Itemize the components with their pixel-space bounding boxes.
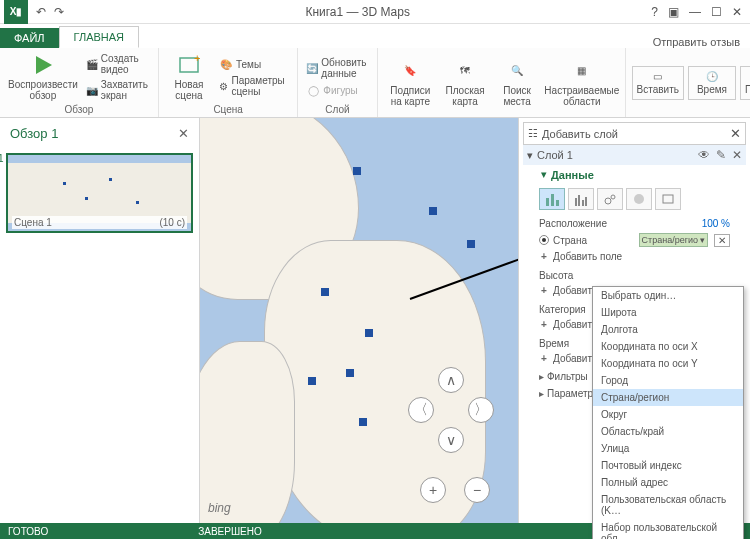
clock-icon: 🕒 bbox=[706, 71, 718, 82]
svg-point-10 bbox=[605, 198, 611, 204]
location-label: Расположение bbox=[539, 218, 607, 229]
geo-option[interactable]: Координата по оси Y bbox=[593, 355, 743, 372]
tab-file[interactable]: ФАЙЛ bbox=[0, 28, 59, 48]
filters-section[interactable]: Фильтры bbox=[547, 371, 588, 382]
minimize-icon[interactable]: — bbox=[689, 5, 701, 19]
tab-home[interactable]: ГЛАВНАЯ bbox=[59, 26, 139, 48]
geo-option[interactable]: Город bbox=[593, 372, 743, 389]
gear-icon: ⚙ bbox=[219, 79, 229, 93]
search-icon: 🔍 bbox=[505, 59, 529, 83]
pan-right-icon[interactable]: 〉 bbox=[468, 397, 494, 423]
custom-regions-button[interactable]: ▦Настраиваемые области bbox=[545, 57, 619, 109]
flat-map-button[interactable]: 🗺Плоская карта bbox=[441, 57, 489, 109]
ribbon-group-scene: + Новая сцена 🎨Темы ⚙Параметры сцены Сце… bbox=[159, 48, 298, 117]
insert-button[interactable]: ▭Вставить bbox=[632, 66, 684, 100]
redo-icon[interactable]: ↷ bbox=[54, 5, 64, 19]
bubble-icon[interactable] bbox=[597, 188, 623, 210]
create-video-button[interactable]: 🎬Создать видео bbox=[84, 52, 152, 76]
delete-layer-icon[interactable]: ✕ bbox=[732, 148, 742, 162]
zoom-out-icon[interactable]: − bbox=[464, 477, 490, 503]
themes-button[interactable]: 🎨Темы bbox=[217, 56, 291, 72]
svg-rect-8 bbox=[582, 200, 584, 206]
excel-icon: X▮ bbox=[4, 0, 28, 24]
svg-rect-3 bbox=[546, 198, 549, 206]
find-place-button[interactable]: 🔍Поиск места bbox=[493, 57, 541, 109]
geo-option[interactable]: Страна/регион bbox=[593, 389, 743, 406]
layer-pane: ☷ Добавить слой ✕ ▾ Слой 1 👁 ✎ ✕ ▾Данные… bbox=[518, 118, 750, 523]
close-icon[interactable]: ✕ bbox=[732, 5, 742, 19]
svg-text:+: + bbox=[194, 54, 200, 64]
geo-option[interactable]: Полный адрес bbox=[593, 474, 743, 491]
geo-option[interactable]: Выбрать один… bbox=[593, 287, 743, 304]
tilt-down-icon[interactable]: ∨ bbox=[438, 427, 464, 453]
geo-option[interactable]: Почтовый индекс bbox=[593, 457, 743, 474]
layer-name[interactable]: Слой 1 bbox=[537, 149, 573, 161]
geo-option[interactable]: Пользовательская область (K… bbox=[593, 491, 743, 519]
svg-rect-7 bbox=[578, 195, 580, 206]
add-location-field[interactable]: Добавить поле bbox=[553, 251, 622, 262]
tours-close-icon[interactable]: ✕ bbox=[178, 126, 189, 141]
layers-icon: ☷ bbox=[528, 127, 538, 140]
add-layer-button[interactable]: Добавить слой bbox=[542, 128, 618, 140]
send-feedback-link[interactable]: Отправить отзыв bbox=[653, 36, 740, 48]
refresh-icon: 🔄 bbox=[306, 61, 318, 75]
height-label: Высота bbox=[539, 270, 573, 281]
edit-icon[interactable]: ✎ bbox=[716, 148, 726, 162]
refresh-data-button[interactable]: 🔄Обновить данные bbox=[304, 56, 370, 80]
shapes-button[interactable]: ◯Фигуры bbox=[304, 82, 370, 98]
geo-option[interactable]: Широта bbox=[593, 304, 743, 321]
play-tour-button[interactable]: Воспроизвести обзор bbox=[6, 51, 80, 103]
heatmap-icon[interactable] bbox=[626, 188, 652, 210]
bing-logo: bing bbox=[208, 501, 231, 515]
time-button[interactable]: 🕒Время bbox=[688, 66, 736, 100]
clustered-column-icon[interactable] bbox=[568, 188, 594, 210]
region-icon[interactable] bbox=[655, 188, 681, 210]
stacked-column-icon[interactable] bbox=[539, 188, 565, 210]
svg-rect-9 bbox=[585, 197, 587, 206]
scene-params-button[interactable]: ⚙Параметры сцены bbox=[217, 74, 291, 98]
shapes-icon: ◯ bbox=[306, 83, 320, 97]
geo-option[interactable]: Улица bbox=[593, 440, 743, 457]
tilt-up-icon[interactable]: ∧ bbox=[438, 367, 464, 393]
country-radio[interactable] bbox=[539, 235, 549, 245]
svg-rect-4 bbox=[551, 194, 554, 206]
help-icon[interactable]: ? bbox=[651, 5, 658, 19]
insert-icon: ▭ bbox=[653, 71, 662, 82]
new-scene-button[interactable]: + Новая сцена bbox=[165, 51, 213, 103]
tour-title: Обзор 1 bbox=[10, 126, 58, 141]
ribbon-toggle-icon[interactable]: ▣ bbox=[668, 5, 679, 19]
svg-point-12 bbox=[634, 194, 644, 204]
remove-field-icon[interactable]: ✕ bbox=[714, 234, 730, 247]
maximize-icon[interactable]: ☐ bbox=[711, 5, 722, 19]
geo-option[interactable]: Набор пользовательской обл… bbox=[593, 519, 743, 539]
location-pct[interactable]: 100 % bbox=[702, 218, 730, 229]
undo-icon[interactable]: ↶ bbox=[36, 5, 46, 19]
geo-option[interactable]: Округ bbox=[593, 406, 743, 423]
capture-screen-button[interactable]: 📷Захватить экран bbox=[84, 78, 152, 102]
scene-duration: (10 с) bbox=[159, 217, 185, 228]
ribbon-group-insert: ▭Вставить 🕒Время 👁Просмотр bbox=[626, 48, 750, 117]
time-label: Время bbox=[539, 338, 569, 349]
geo-type-dropdown[interactable]: Страна/регио▾ bbox=[639, 233, 708, 247]
scene-name: Сцена 1 bbox=[14, 217, 52, 228]
tours-pane: Обзор 1 ✕ 1 Сцена 1(10 с) bbox=[0, 118, 200, 523]
pan-left-icon[interactable]: 〈 bbox=[408, 397, 434, 423]
layer-pane-close-icon[interactable]: ✕ bbox=[730, 126, 741, 141]
eye-icon[interactable]: 👁 bbox=[698, 148, 710, 162]
svg-rect-13 bbox=[663, 195, 673, 203]
ribbon: Воспроизвести обзор 🎬Создать видео 📷Захв… bbox=[0, 48, 750, 118]
data-section[interactable]: Данные bbox=[551, 169, 594, 181]
map-canvas[interactable]: ∧ 〈 〉 ∨ + − bing bbox=[200, 118, 518, 523]
field-country: Страна bbox=[553, 235, 587, 246]
geo-option[interactable]: Долгота bbox=[593, 321, 743, 338]
geo-option[interactable]: Область/край bbox=[593, 423, 743, 440]
ribbon-group-map: 🔖Подписи на карте 🗺Плоская карта 🔍Поиск … bbox=[378, 48, 626, 117]
scene-thumbnail[interactable]: 1 Сцена 1(10 с) bbox=[6, 153, 193, 233]
zoom-in-icon[interactable]: + bbox=[420, 477, 446, 503]
workspace: Обзор 1 ✕ 1 Сцена 1(10 с) ∧ 〈 〉 bbox=[0, 118, 750, 523]
themes-icon: 🎨 bbox=[219, 57, 233, 71]
geo-option[interactable]: Координата по оси X bbox=[593, 338, 743, 355]
map-labels-button[interactable]: 🔖Подписи на карте bbox=[384, 57, 438, 109]
status-ready: ГОТОВО bbox=[8, 526, 48, 537]
view-button[interactable]: 👁Просмотр bbox=[740, 66, 750, 100]
